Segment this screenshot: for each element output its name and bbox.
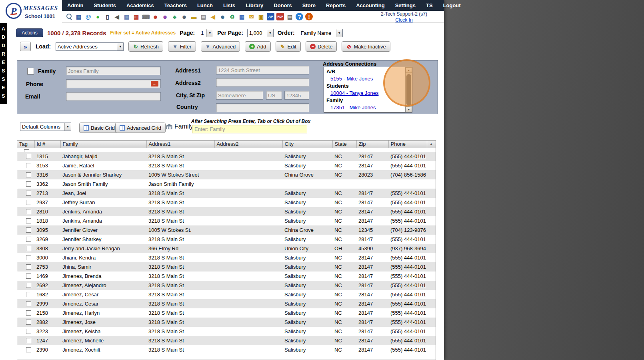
nav-item-teachers[interactable]: Teachers (159, 2, 192, 8)
nav-item-admin[interactable]: Admin (62, 2, 88, 8)
scroll-up-icon[interactable]: ▲ (406, 67, 412, 73)
column-header-state[interactable]: State (332, 141, 356, 148)
nav-item-students[interactable]: Students (88, 2, 121, 8)
page-select[interactable]: 1▼ (199, 29, 213, 37)
row-tag-checkbox[interactable] (26, 246, 31, 251)
make-inactive-button[interactable]: ⊘Make Inactive (342, 41, 390, 52)
load-select[interactable]: Active Addresses▼ (56, 42, 124, 51)
leaf-icon[interactable]: ♣ (171, 13, 178, 20)
column-header-zip[interactable]: Zip (356, 141, 388, 148)
search-icon[interactable] (65, 13, 73, 20)
megaphone-icon[interactable]: ◀ (209, 13, 217, 20)
person-purple-icon[interactable]: ☻ (161, 13, 169, 20)
recycle-icon[interactable]: ♻ (228, 13, 236, 20)
row-tag-checkbox[interactable] (26, 329, 31, 334)
advanced-button[interactable]: ▼Advanced (201, 41, 240, 52)
alert-icon[interactable]: ! (305, 13, 313, 20)
row-tag-checkbox[interactable] (26, 200, 31, 205)
connections-scrollbar[interactable]: ▲ ▼ (405, 67, 412, 112)
scroll-down-icon[interactable]: ▼ (406, 107, 412, 112)
row-tag-checkbox[interactable] (26, 237, 31, 242)
refresh-button[interactable]: ↻Refresh (128, 41, 163, 52)
nav-item-accounting[interactable]: Accounting (351, 2, 390, 8)
clock-in-link[interactable]: Clock In (395, 17, 412, 23)
row-tag-checkbox[interactable] (26, 209, 31, 214)
row-tag-checkbox[interactable] (26, 274, 31, 279)
phone-search-input[interactable] (66, 79, 161, 88)
mobile-phone-icon[interactable]: ▯ (104, 13, 111, 20)
row-tag-checkbox[interactable] (26, 347, 31, 352)
nav-item-ts[interactable]: TS (421, 2, 438, 8)
row-tag-checkbox[interactable] (26, 292, 31, 297)
expand-load-button[interactable]: » (20, 42, 31, 51)
row-tag-checkbox[interactable] (26, 172, 31, 177)
addresses-sidebar[interactable]: ADDRESSES (0, 23, 7, 104)
bus-icon[interactable]: ▬ (190, 13, 198, 20)
speaker-icon[interactable]: ◀ (113, 13, 121, 20)
country-search-input[interactable] (216, 103, 309, 112)
email-at-icon[interactable]: @ (84, 13, 92, 20)
advanced-grid-button[interactable]: Advanced Grid (115, 123, 166, 133)
nav-item-reports[interactable]: Reports (321, 2, 351, 8)
row-tag-checkbox[interactable] (26, 301, 31, 306)
ap-icon[interactable]: A/P (267, 13, 274, 20)
basic-grid-button[interactable]: Basic Grid (79, 123, 119, 133)
connection-link[interactable]: 17351 - Mike Jones (330, 104, 403, 111)
people-icon[interactable]: ☻ (180, 13, 188, 20)
family-checkbox[interactable] (27, 68, 34, 74)
actions-button[interactable]: Actions (16, 28, 43, 37)
clipboard-icon[interactable]: ▤ (200, 13, 207, 20)
row-tag-checkbox[interactable] (26, 320, 31, 325)
column-header-city[interactable]: City (282, 141, 332, 148)
family-group-icon[interactable]: ☻ (219, 13, 226, 20)
address2-search-input[interactable] (216, 78, 309, 87)
column-header-phone[interactable]: Phone (388, 141, 427, 148)
row-tag-checkbox[interactable] (26, 191, 31, 196)
calculator-icon[interactable]: ▦ (75, 13, 82, 20)
columns-select[interactable]: Default Columns▼ (20, 123, 71, 131)
scrollbar-thumb[interactable] (406, 74, 411, 106)
column-header-tag[interactable]: Tag (17, 141, 34, 148)
city-search-input[interactable] (216, 91, 263, 100)
row-tag-checkbox[interactable] (26, 310, 31, 316)
add-button[interactable]: +Add (245, 41, 270, 52)
nav-item-academics[interactable]: Academics (121, 2, 159, 8)
row-tag-checkbox[interactable] (26, 255, 31, 260)
column-header-id[interactable]: Id # (34, 141, 60, 148)
column-header-address2[interactable]: Address2 (214, 141, 282, 148)
connection-link[interactable]: 17352 - Michelle Jones (330, 111, 403, 113)
row-tag-checkbox[interactable] (26, 154, 31, 159)
row-tag-checkbox[interactable] (26, 283, 31, 288)
row-tag-checkbox[interactable] (26, 163, 31, 168)
calendar-event-icon[interactable]: ▦ (132, 13, 140, 20)
row-tag-checkbox[interactable] (26, 227, 31, 233)
help-icon[interactable]: ? (296, 13, 303, 20)
filter-button[interactable]: ▼Filter (168, 41, 196, 52)
state-search-input[interactable] (266, 91, 282, 100)
family-search-input[interactable] (66, 66, 161, 75)
nav-item-library[interactable]: Library (240, 2, 268, 8)
person-red-icon[interactable]: ☻ (152, 13, 159, 20)
nav-item-donors[interactable]: Donors (268, 2, 297, 8)
nav-item-settings[interactable]: Settings (390, 2, 421, 8)
fax-icon[interactable]: ⌨ (142, 13, 150, 20)
family-quick-search-input[interactable] (192, 125, 307, 133)
row-tag-checkbox[interactable] (26, 218, 31, 223)
printer-icon[interactable]: ▤ (286, 13, 294, 20)
row-tag-checkbox[interactable] (26, 338, 31, 343)
row-tag-checkbox[interactable] (26, 264, 31, 269)
nav-item-store[interactable]: Store (297, 2, 321, 8)
email-search-input[interactable] (66, 92, 161, 101)
table-grid-icon[interactable]: ▦ (238, 13, 246, 20)
column-header-family[interactable]: Family (60, 141, 146, 148)
row-tag-checkbox[interactable] (26, 181, 31, 187)
connection-link[interactable]: 5155 - Mike Jones (330, 75, 403, 82)
connection-link[interactable]: 10004 - Tanya Jones (330, 90, 403, 97)
folder-icon[interactable]: ▣ (257, 13, 265, 20)
chat-icon[interactable]: ● (94, 13, 102, 20)
pdf-icon[interactable]: PDF (276, 13, 284, 20)
column-header-address1[interactable]: Address1 (146, 141, 214, 148)
zip-search-input[interactable] (284, 91, 309, 100)
delete-button[interactable]: −Delete (306, 41, 337, 52)
nav-item-logout[interactable]: Logout (438, 2, 466, 8)
